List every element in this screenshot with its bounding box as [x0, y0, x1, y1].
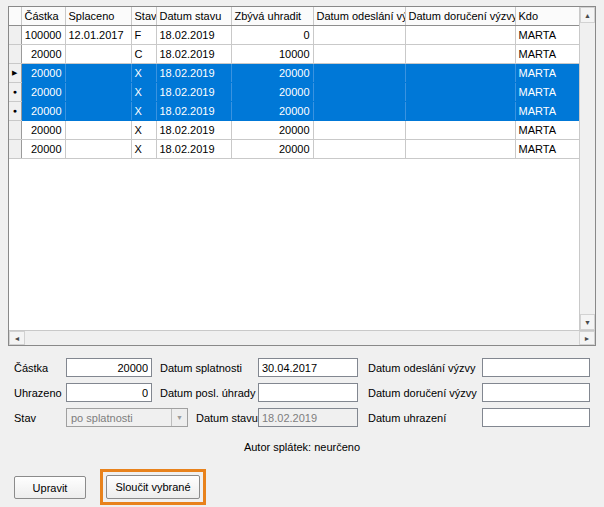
grid-cell[interactable]: 20000 — [231, 63, 313, 82]
row-indicator — [9, 139, 21, 158]
grid-cell[interactable] — [405, 139, 515, 158]
table-row[interactable]: ●20000X18.02.201920000MARTA — [9, 82, 579, 101]
scroll-up-icon[interactable]: ▲ — [580, 7, 595, 23]
grid-cell[interactable] — [405, 101, 515, 120]
column-header-2[interactable]: Stav — [131, 7, 156, 25]
grid-cell[interactable] — [405, 82, 515, 101]
grid-cell[interactable]: 20000 — [21, 101, 65, 120]
grid-cell[interactable] — [405, 63, 515, 82]
grid-cell[interactable]: 20000 — [21, 120, 65, 139]
grid-cell[interactable]: F — [131, 25, 156, 44]
datum-stavu-label: Datum stavu — [196, 412, 258, 424]
grid-cell[interactable]: 12.01.2017 — [65, 25, 131, 44]
datum-odeslani-vyzvy-input[interactable] — [482, 358, 590, 377]
grid-cell[interactable]: MARTA — [515, 120, 579, 139]
column-header-1[interactable]: Splaceno — [65, 7, 131, 25]
installments-grid: ČástkaSplacenoStavDatum stavuZbývá uhrad… — [8, 6, 596, 346]
datum-splatnosti-input[interactable] — [258, 358, 358, 377]
grid-cell[interactable]: 10000 — [231, 44, 313, 63]
grid-cell[interactable]: 20000 — [21, 63, 65, 82]
grid-cell[interactable] — [405, 120, 515, 139]
grid-cell[interactable]: MARTA — [515, 139, 579, 158]
scroll-left-icon[interactable]: ◄ — [9, 331, 25, 345]
stav-combobox[interactable]: po splatnosti ▼ — [66, 408, 188, 427]
datum-uhrazeni-label: Datum uhrazení — [368, 412, 446, 424]
grid-cell[interactable]: 18.02.2019 — [156, 139, 231, 158]
column-header-5[interactable]: Datum odeslání výzvy — [313, 7, 405, 25]
grid-cell[interactable] — [313, 120, 405, 139]
grid-cell[interactable]: X — [131, 139, 156, 158]
grid-cell[interactable]: MARTA — [515, 44, 579, 63]
grid-viewport: ČástkaSplacenoStavDatum stavuZbývá uhrad… — [9, 7, 579, 330]
row-indicator-header — [9, 7, 21, 25]
row-indicator — [9, 120, 21, 139]
grid-cell[interactable] — [405, 44, 515, 63]
grid-cell[interactable] — [313, 101, 405, 120]
grid-cell[interactable]: 20000 — [231, 139, 313, 158]
grid-cell[interactable]: 18.02.2019 — [156, 82, 231, 101]
table-row[interactable]: ●20000X18.02.201920000MARTA — [9, 101, 579, 120]
grid-cell[interactable]: 18.02.2019 — [156, 63, 231, 82]
column-header-6[interactable]: Datum doručení výzvy — [405, 7, 515, 25]
grid-cell[interactable]: 20000 — [21, 44, 65, 63]
table-row[interactable]: 20000C18.02.201910000MARTA — [9, 44, 579, 63]
uhrazeno-input[interactable] — [66, 383, 152, 402]
upravit-button[interactable]: Upravit — [14, 476, 86, 499]
column-header-4[interactable]: Zbývá uhradit — [231, 7, 313, 25]
grid-cell[interactable]: X — [131, 101, 156, 120]
datum-doruceni-vyzvy-input[interactable] — [482, 383, 590, 402]
table-row[interactable]: ▶20000X18.02.201920000MARTA — [9, 63, 579, 82]
datum-posl-uhrady-input[interactable] — [258, 383, 358, 402]
datum-stavu-input — [258, 408, 358, 427]
uhrazeno-label: Uhrazeno — [14, 387, 62, 399]
grid-cell[interactable] — [313, 82, 405, 101]
grid-cell[interactable] — [313, 63, 405, 82]
grid-cell[interactable] — [65, 101, 131, 120]
grid-cell[interactable] — [313, 139, 405, 158]
column-header-3[interactable]: Datum stavu — [156, 7, 231, 25]
grid-cell[interactable]: 20000 — [231, 101, 313, 120]
grid-cell[interactable]: 18.02.2019 — [156, 120, 231, 139]
grid-cell[interactable]: X — [131, 82, 156, 101]
grid-cell[interactable] — [313, 44, 405, 63]
row-indicator — [9, 44, 21, 63]
grid-cell[interactable]: 20000 — [21, 82, 65, 101]
chevron-down-icon[interactable]: ▼ — [171, 409, 187, 426]
sloucit-vybrane-button[interactable]: Sloučit vybrané — [106, 475, 200, 499]
vertical-scrollbar[interactable]: ▲ ▼ — [579, 7, 595, 330]
grid-cell[interactable]: 20000 — [231, 120, 313, 139]
grid-cell[interactable]: 18.02.2019 — [156, 44, 231, 63]
author-note: Autor splátek: neurčeno — [0, 441, 604, 453]
grid-cell[interactable]: X — [131, 120, 156, 139]
table-row[interactable]: 10000012.01.2017F18.02.20190MARTA — [9, 25, 579, 44]
grid-cell[interactable]: 18.02.2019 — [156, 101, 231, 120]
table-row[interactable]: 20000X18.02.201920000MARTA — [9, 139, 579, 158]
horizontal-scrollbar[interactable]: ◄ ► — [9, 330, 595, 345]
grid-cell[interactable]: X — [131, 63, 156, 82]
grid-cell[interactable] — [65, 82, 131, 101]
castka-input[interactable] — [66, 358, 152, 377]
grid-cell[interactable]: 18.02.2019 — [156, 25, 231, 44]
datum-uhrazeni-input[interactable] — [482, 408, 590, 427]
grid-cell[interactable]: 20000 — [21, 139, 65, 158]
grid-cell[interactable]: 0 — [231, 25, 313, 44]
grid-cell[interactable] — [65, 44, 131, 63]
grid-cell[interactable]: MARTA — [515, 63, 579, 82]
grid-cell[interactable]: MARTA — [515, 82, 579, 101]
column-header-0[interactable]: Částka — [21, 7, 65, 25]
grid-cell[interactable]: MARTA — [515, 25, 579, 44]
grid-cell[interactable] — [65, 139, 131, 158]
grid-cell[interactable]: 100000 — [21, 25, 65, 44]
datum-splatnosti-label: Datum splatnosti — [160, 362, 242, 374]
scroll-right-icon[interactable]: ► — [579, 331, 595, 345]
table-row[interactable]: 20000X18.02.201920000MARTA — [9, 120, 579, 139]
grid-cell[interactable] — [313, 25, 405, 44]
column-header-7[interactable]: Kdo — [515, 7, 579, 25]
grid-cell[interactable] — [65, 120, 131, 139]
grid-cell[interactable]: C — [131, 44, 156, 63]
scroll-down-icon[interactable]: ▼ — [580, 314, 595, 330]
grid-cell[interactable] — [65, 63, 131, 82]
grid-cell[interactable] — [405, 25, 515, 44]
grid-cell[interactable]: 20000 — [231, 82, 313, 101]
grid-cell[interactable]: MARTA — [515, 101, 579, 120]
